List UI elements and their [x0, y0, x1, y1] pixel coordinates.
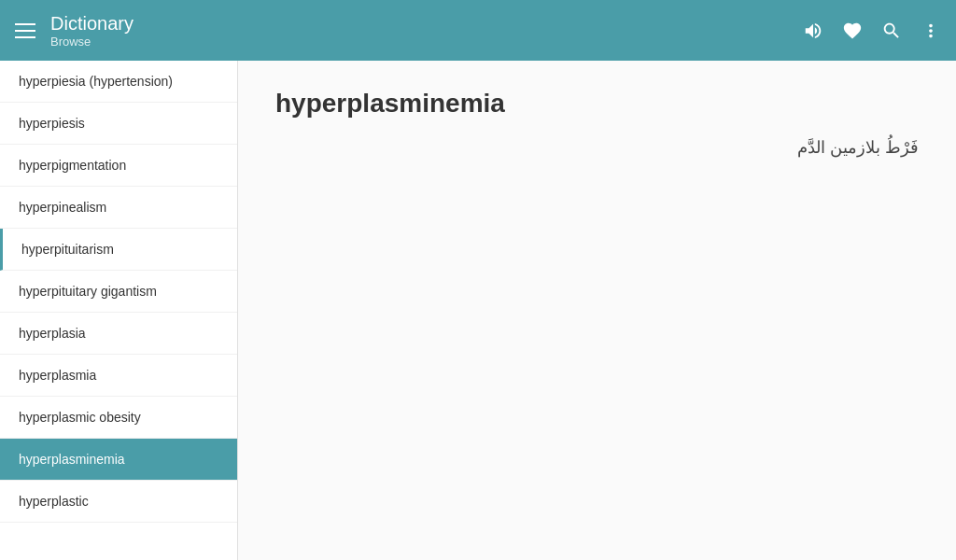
sidebar-item-hyperpiesis[interactable]: hyperpiesis [0, 103, 237, 145]
content-area: hyperplasminemia فَرْطُ بلازمين الدَّم [238, 61, 956, 560]
sidebar-item-hyperpiesia-hypertension[interactable]: hyperpiesia (hypertension) [0, 61, 237, 103]
more-options-icon[interactable] [921, 21, 941, 41]
app-title: Dictionary [50, 12, 803, 35]
sidebar-item-hyperpituitarism[interactable]: hyperpituitarism [0, 229, 237, 271]
sidebar-item-hyperplasmia[interactable]: hyperplasmia [0, 355, 237, 397]
word-title: hyperplasminemia [275, 89, 919, 119]
favorite-icon[interactable] [842, 21, 863, 41]
sidebar-item-hyperpituitary-gigantism[interactable]: hyperpituitary gigantism [0, 271, 237, 313]
sidebar-item-hyperpigmentation[interactable]: hyperpigmentation [0, 145, 237, 187]
word-definition: فَرْطُ بلازمين الدَّم [275, 137, 919, 158]
sidebar-item-hyperpinealism[interactable]: hyperpinealism [0, 187, 237, 229]
sidebar-item-hyperplastic[interactable]: hyperplastic [0, 481, 237, 523]
app-subtitle: Browse [50, 35, 803, 49]
sidebar-item-hyperplasmic-obesity[interactable]: hyperplasmic obesity [0, 397, 237, 439]
app-header: Dictionary Browse [0, 0, 956, 61]
header-actions [803, 21, 941, 41]
sidebar-item-hyperplasminemia[interactable]: hyperplasminemia [0, 439, 237, 481]
sidebar-item-hyperplasia[interactable]: hyperplasia [0, 313, 237, 355]
search-icon[interactable] [881, 21, 902, 41]
main-layout: hyperpiesia (hypertension)hyperpiesishyp… [0, 61, 956, 560]
menu-button[interactable] [15, 23, 35, 38]
header-title-block: Dictionary Browse [50, 12, 803, 49]
sidebar: hyperpiesia (hypertension)hyperpiesishyp… [0, 61, 238, 560]
volume-icon[interactable] [803, 21, 823, 41]
